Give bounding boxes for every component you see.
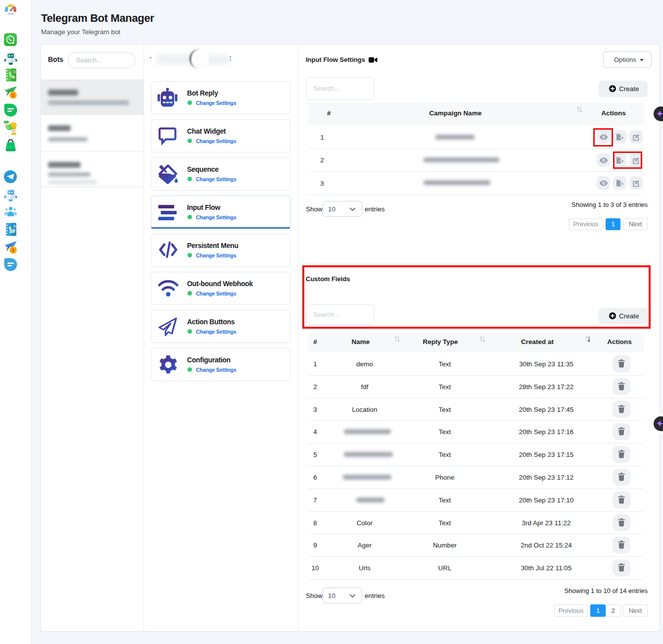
svg-text:1: 1 [12,93,14,98]
svg-text:1: 1 [12,248,14,253]
